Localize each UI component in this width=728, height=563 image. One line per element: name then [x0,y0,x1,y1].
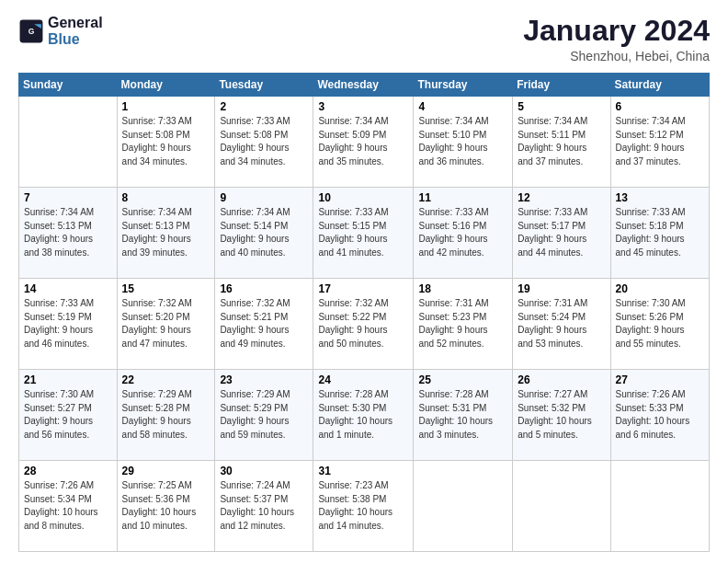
day-number: 25 [418,373,507,386]
logo-text: General Blue [48,15,103,47]
day-info: Sunrise: 7:29 AMSunset: 5:28 PMDaylight:… [122,388,210,442]
calendar-cell: 20Sunrise: 7:30 AMSunset: 5:26 PMDayligh… [610,279,709,370]
day-info: Sunrise: 7:31 AMSunset: 5:23 PMDaylight:… [418,297,507,350]
calendar-cell: 7Sunrise: 7:34 AMSunset: 5:13 PMDaylight… [19,188,118,279]
day-info: Sunrise: 7:23 AMSunset: 5:38 PMDaylight:… [318,479,408,533]
day-info: Sunrise: 7:34 AMSunset: 5:14 PMDaylight:… [220,206,308,259]
calendar-cell: 29Sunrise: 7:25 AMSunset: 5:36 PMDayligh… [117,461,215,552]
day-number: 15 [122,282,210,295]
day-number: 10 [318,191,408,204]
calendar-cell: 14Sunrise: 7:33 AMSunset: 5:19 PMDayligh… [19,279,118,370]
calendar-week-row: 21Sunrise: 7:30 AMSunset: 5:27 PMDayligh… [19,370,710,461]
day-number: 9 [220,191,308,204]
col-sunday: Sunday [19,74,118,97]
day-info: Sunrise: 7:32 AMSunset: 5:21 PMDaylight:… [220,297,308,350]
day-number: 29 [122,465,210,477]
col-monday: Monday [117,74,215,97]
day-info: Sunrise: 7:33 AMSunset: 5:16 PMDaylight:… [418,206,507,259]
calendar-cell: 17Sunrise: 7:32 AMSunset: 5:22 PMDayligh… [313,279,414,370]
col-wednesday: Wednesday [313,74,414,97]
calendar-week-row: 14Sunrise: 7:33 AMSunset: 5:19 PMDayligh… [19,279,710,370]
day-number: 24 [318,373,408,386]
day-info: Sunrise: 7:32 AMSunset: 5:20 PMDaylight:… [122,297,210,350]
day-number: 3 [318,100,408,113]
day-info: Sunrise: 7:28 AMSunset: 5:31 PMDaylight:… [418,388,507,442]
day-info: Sunrise: 7:34 AMSunset: 5:10 PMDaylight:… [418,115,507,168]
day-info: Sunrise: 7:33 AMSunset: 5:08 PMDaylight:… [220,115,308,168]
day-number: 28 [24,465,112,477]
day-info: Sunrise: 7:33 AMSunset: 5:18 PMDaylight:… [616,206,704,259]
day-number: 19 [518,282,605,295]
day-info: Sunrise: 7:25 AMSunset: 5:36 PMDaylight:… [122,479,210,533]
logo-icon: G [18,18,44,44]
calendar-cell: 26Sunrise: 7:27 AMSunset: 5:32 PMDayligh… [513,370,610,461]
day-number: 5 [518,100,605,113]
calendar-cell: 27Sunrise: 7:26 AMSunset: 5:33 PMDayligh… [610,370,709,461]
calendar-cell: 24Sunrise: 7:28 AMSunset: 5:30 PMDayligh… [313,370,414,461]
col-saturday: Saturday [610,74,709,97]
calendar-cell: 30Sunrise: 7:24 AMSunset: 5:37 PMDayligh… [215,461,313,552]
calendar-cell: 25Sunrise: 7:28 AMSunset: 5:31 PMDayligh… [414,370,513,461]
day-info: Sunrise: 7:34 AMSunset: 5:12 PMDaylight:… [616,115,704,168]
day-number: 31 [318,465,408,477]
calendar-cell: 9Sunrise: 7:34 AMSunset: 5:14 PMDaylight… [215,188,313,279]
day-number: 2 [220,100,308,113]
day-number: 13 [616,191,704,204]
calendar-cell: 19Sunrise: 7:31 AMSunset: 5:24 PMDayligh… [513,279,610,370]
title-block: January 2024 Shenzhou, Hebei, China [523,15,710,63]
calendar-cell: 5Sunrise: 7:34 AMSunset: 5:11 PMDaylight… [513,97,610,188]
calendar-week-row: 28Sunrise: 7:26 AMSunset: 5:34 PMDayligh… [19,461,710,552]
day-info: Sunrise: 7:30 AMSunset: 5:26 PMDaylight:… [616,297,704,350]
calendar-cell: 6Sunrise: 7:34 AMSunset: 5:12 PMDaylight… [610,97,709,188]
day-number: 21 [24,373,112,386]
day-info: Sunrise: 7:33 AMSunset: 5:17 PMDaylight:… [518,206,605,259]
calendar-cell: 18Sunrise: 7:31 AMSunset: 5:23 PMDayligh… [414,279,513,370]
calendar-cell [513,461,610,552]
day-number: 1 [122,100,210,113]
logo: G General Blue [18,15,103,47]
day-info: Sunrise: 7:27 AMSunset: 5:32 PMDaylight:… [518,388,605,442]
calendar-cell: 28Sunrise: 7:26 AMSunset: 5:34 PMDayligh… [19,461,118,552]
day-info: Sunrise: 7:33 AMSunset: 5:15 PMDaylight:… [318,206,408,259]
calendar-cell: 4Sunrise: 7:34 AMSunset: 5:10 PMDaylight… [414,97,513,188]
col-friday: Friday [513,74,610,97]
calendar-cell: 10Sunrise: 7:33 AMSunset: 5:15 PMDayligh… [313,188,414,279]
day-info: Sunrise: 7:34 AMSunset: 5:11 PMDaylight:… [518,115,605,168]
calendar-week-row: 1Sunrise: 7:33 AMSunset: 5:08 PMDaylight… [19,97,710,188]
calendar-cell: 2Sunrise: 7:33 AMSunset: 5:08 PMDaylight… [215,97,313,188]
svg-text:G: G [28,27,35,36]
month-title: January 2024 [523,15,710,47]
calendar-cell: 31Sunrise: 7:23 AMSunset: 5:38 PMDayligh… [313,461,414,552]
day-number: 8 [122,191,210,204]
calendar-page: G General Blue January 2024 Shenzhou, He… [0,0,728,563]
day-number: 6 [616,100,704,113]
col-thursday: Thursday [414,74,513,97]
day-number: 17 [318,282,408,295]
calendar-cell: 23Sunrise: 7:29 AMSunset: 5:29 PMDayligh… [215,370,313,461]
day-info: Sunrise: 7:33 AMSunset: 5:19 PMDaylight:… [24,297,112,350]
day-number: 30 [220,465,308,477]
day-info: Sunrise: 7:32 AMSunset: 5:22 PMDaylight:… [318,297,408,350]
day-info: Sunrise: 7:24 AMSunset: 5:37 PMDaylight:… [220,479,308,533]
day-info: Sunrise: 7:34 AMSunset: 5:13 PMDaylight:… [24,206,112,259]
day-number: 18 [418,282,507,295]
calendar-week-row: 7Sunrise: 7:34 AMSunset: 5:13 PMDaylight… [19,188,710,279]
page-header: G General Blue January 2024 Shenzhou, He… [18,15,710,63]
day-info: Sunrise: 7:26 AMSunset: 5:33 PMDaylight:… [616,388,704,442]
col-tuesday: Tuesday [215,74,313,97]
calendar-cell [610,461,709,552]
day-number: 26 [518,373,605,386]
day-number: 20 [616,282,704,295]
day-info: Sunrise: 7:34 AMSunset: 5:09 PMDaylight:… [318,115,408,168]
calendar-table: Sunday Monday Tuesday Wednesday Thursday… [18,73,710,552]
calendar-cell: 8Sunrise: 7:34 AMSunset: 5:13 PMDaylight… [117,188,215,279]
day-info: Sunrise: 7:33 AMSunset: 5:08 PMDaylight:… [122,115,210,168]
day-info: Sunrise: 7:26 AMSunset: 5:34 PMDaylight:… [24,479,112,533]
day-number: 7 [24,191,112,204]
day-number: 4 [418,100,507,113]
day-number: 27 [616,373,704,386]
calendar-cell: 11Sunrise: 7:33 AMSunset: 5:16 PMDayligh… [414,188,513,279]
calendar-cell: 13Sunrise: 7:33 AMSunset: 5:18 PMDayligh… [610,188,709,279]
day-number: 11 [418,191,507,204]
day-info: Sunrise: 7:30 AMSunset: 5:27 PMDaylight:… [24,388,112,442]
